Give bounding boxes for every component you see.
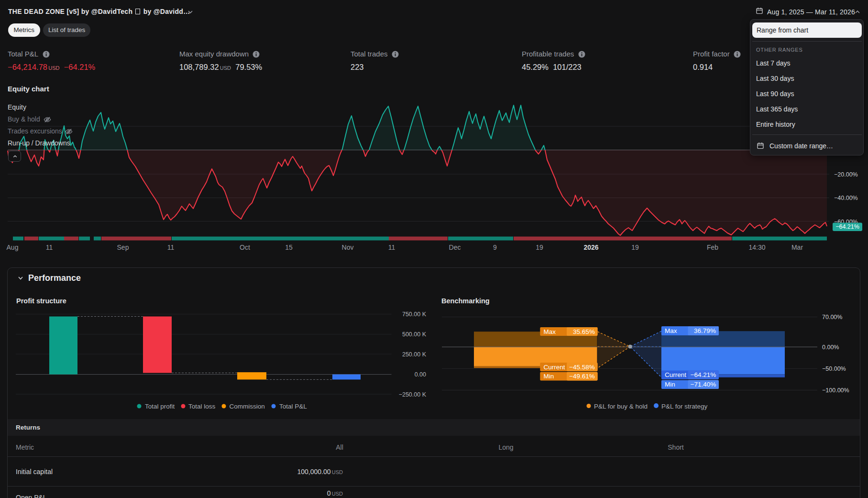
svg-text:0.00: 0.00	[415, 371, 426, 378]
svg-text:−64.21%: −64.21%	[691, 371, 716, 378]
svg-text:P&L for buy & hold: P&L for buy & hold	[594, 403, 648, 410]
svg-text:500.00 K: 500.00 K	[402, 331, 427, 338]
svg-text:35.65%: 35.65%	[573, 328, 595, 335]
svg-text:Mar: Mar	[791, 243, 803, 251]
svg-text:Current: Current	[544, 364, 565, 371]
svg-text:Max: Max	[665, 327, 677, 334]
svg-text:Max: Max	[544, 328, 556, 335]
svg-text:Nov: Nov	[342, 243, 354, 251]
svg-text:Oct: Oct	[240, 243, 250, 251]
svg-text:Total profit: Total profit	[145, 403, 175, 410]
svg-text:−50.00%: −50.00%	[822, 365, 846, 372]
svg-text:19: 19	[631, 243, 639, 251]
svg-text:250.00 K: 250.00 K	[402, 351, 427, 358]
svg-text:11: 11	[46, 243, 53, 251]
svg-text:11: 11	[167, 243, 175, 251]
svg-text:Aug: Aug	[7, 243, 19, 251]
svg-text:36.79%: 36.79%	[694, 327, 716, 334]
svg-text:−20.00%: −20.00%	[834, 171, 858, 178]
svg-text:9: 9	[493, 243, 497, 251]
svg-text:2026: 2026	[583, 243, 598, 251]
svg-text:15: 15	[285, 243, 293, 251]
svg-text:Commission: Commission	[230, 403, 265, 410]
svg-text:Current: Current	[665, 371, 686, 378]
svg-text:Min: Min	[544, 373, 554, 380]
svg-text:Sep: Sep	[117, 243, 129, 251]
svg-text:−100.00%: −100.00%	[822, 387, 849, 394]
svg-text:Min: Min	[665, 381, 675, 388]
svg-text:−64.21%: −64.21%	[835, 223, 859, 230]
svg-text:750.00 K: 750.00 K	[402, 311, 427, 318]
svg-text:−49.61%: −49.61%	[569, 373, 595, 380]
svg-text:70.00%: 70.00%	[822, 314, 842, 321]
svg-text:P&L for strategy: P&L for strategy	[661, 403, 708, 410]
svg-text:Total loss: Total loss	[188, 403, 216, 410]
svg-text:Feb: Feb	[707, 243, 718, 251]
svg-text:14:30: 14:30	[748, 243, 765, 251]
svg-text:Dec: Dec	[449, 243, 461, 251]
svg-text:19: 19	[536, 243, 543, 251]
svg-text:−250.00 K: −250.00 K	[399, 391, 427, 398]
svg-text:11: 11	[388, 243, 396, 251]
svg-text:Total P&L: Total P&L	[279, 403, 307, 410]
svg-text:−45.58%: −45.58%	[569, 364, 595, 371]
svg-text:−40.00%: −40.00%	[834, 195, 858, 201]
svg-text:0.00%: 0.00%	[822, 344, 839, 351]
svg-text:−71.40%: −71.40%	[691, 381, 716, 388]
